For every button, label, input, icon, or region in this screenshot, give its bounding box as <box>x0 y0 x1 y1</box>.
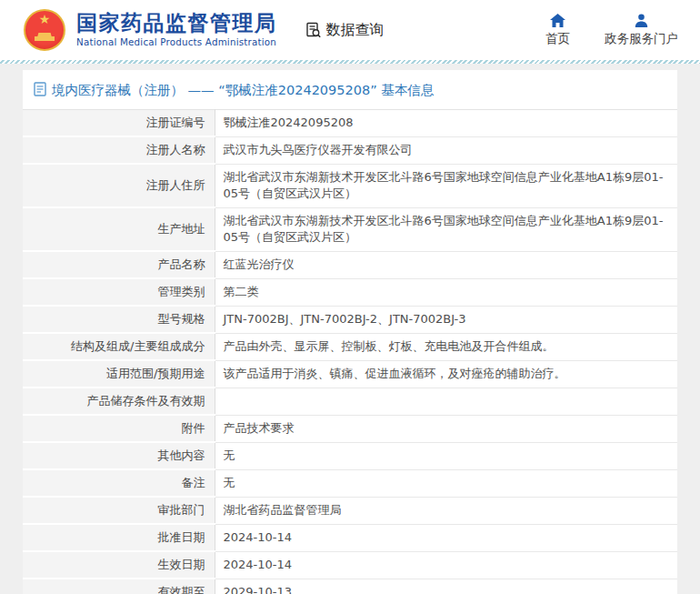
field-value: 武汉市九头鸟医疗仪器开发有限公司 <box>215 136 677 164</box>
field-value: 湖北省武汉市东湖新技术开发区北斗路6号国家地球空间信息产业化基地A1栋9层01-… <box>215 164 677 207</box>
table-row: 注册人名称 武汉市九头鸟医疗仪器开发有限公司 <box>23 136 677 164</box>
user-icon <box>635 14 648 27</box>
field-value: 2024-10-14 <box>215 524 677 551</box>
doc-search-icon <box>305 21 323 39</box>
national-emblem-icon: ★ <box>24 9 65 51</box>
registration-info-table: 注册证编号 鄂械注准20242095208 注册人名称 武汉市九头鸟医疗仪器开发… <box>23 109 677 594</box>
table-row: 产品储存条件及有效期 <box>23 388 677 415</box>
header-divider <box>0 60 700 64</box>
field-value: 无 <box>215 469 677 497</box>
document-icon <box>34 82 46 99</box>
field-label: 审批部门 <box>23 497 215 524</box>
field-value: 无 <box>215 442 677 469</box>
table-row: 备注 无 <box>23 469 677 497</box>
field-label: 批准日期 <box>23 524 215 551</box>
table-row: 产品名称 红蓝光治疗仪 <box>23 251 677 278</box>
field-value: 鄂械注准20242095208 <box>215 110 677 137</box>
table-row: 生产地址 湖北省武汉市东湖新技术开发区北斗路6号国家地球空间信息产业化基地A1栋… <box>23 207 677 251</box>
field-value <box>215 388 677 415</box>
home-icon <box>550 14 565 27</box>
field-value: 产品由外壳、显示屏、控制板、灯板、充电电池及开合件组成。 <box>215 333 677 360</box>
field-label: 其他内容 <box>23 442 215 469</box>
table-row: 批准日期 2024-10-14 <box>23 524 677 551</box>
field-label: 注册人名称 <box>23 136 215 164</box>
field-value: 湖北省武汉市东湖新技术开发区北斗路6号国家地球空间信息产业化基地A1栋9层01-… <box>215 207 677 251</box>
field-label: 生产地址 <box>23 207 215 251</box>
field-value: 2024-10-14 <box>215 551 677 579</box>
field-value: 第二类 <box>215 278 677 306</box>
nav-data-query[interactable]: 数据查询 <box>305 21 385 40</box>
field-label: 有效期至 <box>23 579 215 594</box>
agency-title: 国家药品监督管理局 <box>76 12 277 35</box>
table-row: 适用范围/预期用途 该产品适用于消炎、镇痛、促进血液循环，及对痤疮的辅助治疗。 <box>23 360 677 388</box>
field-label: 管理类别 <box>23 278 215 306</box>
nav-data-query-label: 数据查询 <box>326 21 385 40</box>
nav-portal-label: 政务服务门户 <box>605 31 678 47</box>
nav-home[interactable]: 首页 <box>545 14 570 47</box>
field-value: JTN-7002BJ、JTN-7002BJ-2、JTN-7002BJ-3 <box>215 306 677 333</box>
agency-subtitle: National Medical Products Administration <box>76 37 277 47</box>
table-row: 结构及组成/主要组成成分 产品由外壳、显示屏、控制板、灯板、充电电池及开合件组成… <box>23 333 677 360</box>
agency-logo[interactable]: ★ 国家药品监督管理局 National Medical Products Ad… <box>24 9 277 51</box>
field-label: 注册证编号 <box>23 110 215 137</box>
table-row: 型号规格 JTN-7002BJ、JTN-7002BJ-2、JTN-7002BJ-… <box>23 306 677 333</box>
field-label: 结构及组成/主要组成成分 <box>23 333 215 360</box>
field-label: 备注 <box>23 469 215 497</box>
table-row: 注册证编号 鄂械注准20242095208 <box>23 110 677 137</box>
field-label: 产品名称 <box>23 251 215 278</box>
table-row: 附件 产品技术要求 <box>23 415 677 442</box>
nav-home-label: 首页 <box>545 31 570 47</box>
field-value: 湖北省药品监督管理局 <box>215 497 677 524</box>
table-row: 有效期至 2029-10-13 <box>23 579 677 594</box>
table-row: 管理类别 第二类 <box>23 278 677 306</box>
content-panel: 境内医疗器械（注册） —— “鄂械注准20242095208” 基本信息 注册证… <box>23 70 677 594</box>
field-label: 注册人住所 <box>23 164 215 207</box>
table-row: 注册人住所 湖北省武汉市东湖新技术开发区北斗路6号国家地球空间信息产业化基地A1… <box>23 164 677 207</box>
breadcrumb-text: 境内医疗器械（注册） —— “鄂械注准20242095208” 基本信息 <box>52 82 434 99</box>
nav-portal[interactable]: 政务服务门户 <box>605 14 678 47</box>
table-row: 其他内容 无 <box>23 442 677 469</box>
field-label: 适用范围/预期用途 <box>23 360 215 388</box>
field-label: 附件 <box>23 415 215 442</box>
field-label: 产品储存条件及有效期 <box>23 388 215 415</box>
table-row: 审批部门 湖北省药品监督管理局 <box>23 497 677 524</box>
field-value: 该产品适用于消炎、镇痛、促进血液循环，及对痤疮的辅助治疗。 <box>215 360 677 388</box>
field-value: 红蓝光治疗仪 <box>215 251 677 278</box>
field-value: 2029-10-13 <box>215 579 677 594</box>
breadcrumb[interactable]: 境内医疗器械（注册） —— “鄂械注准20242095208” 基本信息 <box>23 70 677 109</box>
site-header: ★ 国家药品监督管理局 National Medical Products Ad… <box>0 0 700 60</box>
table-row: 生效日期 2024-10-14 <box>23 551 677 579</box>
field-label: 生效日期 <box>23 551 215 579</box>
field-label: 型号规格 <box>23 306 215 333</box>
field-value: 产品技术要求 <box>215 415 677 442</box>
